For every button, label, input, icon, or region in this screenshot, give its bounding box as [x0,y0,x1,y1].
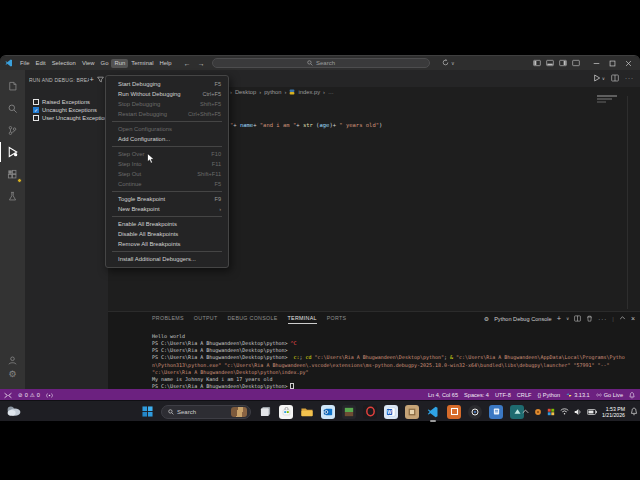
testing-icon[interactable] [0,186,25,206]
search-sidebar-icon[interactable] [0,98,25,118]
panel-tab-problems[interactable]: PROBLEMS [152,315,184,324]
menu-terminal[interactable]: Terminal [128,59,156,68]
app-icon-orange[interactable] [447,405,461,419]
tray-expand-chevron[interactable] [522,409,529,414]
checkbox-uncaught-exceptions[interactable]: ✓ [33,107,39,113]
menu-edit[interactable]: Edit [33,59,49,68]
app-icon-blue-doc[interactable] [489,405,503,419]
code-line[interactable]: "+ name+ "and i am "+ str (age)+ " years… [230,122,382,128]
menu-item-start-debugging[interactable]: Start DebuggingF5 [106,79,228,89]
file-explorer-icon[interactable] [300,405,314,419]
minimap[interactable] [597,95,617,104]
panel-more-actions-icon[interactable]: ··· [598,316,607,322]
close-panel-icon[interactable]: × [631,315,635,322]
checkbox-raised-exceptions[interactable] [33,99,39,105]
run-and-debug-icon[interactable] [0,142,25,162]
editor-scrollbar[interactable] [627,96,628,309]
menu-item-new-breakpoint[interactable]: New Breakpoint› [106,204,228,214]
breadcrumb[interactable]: › Desktop› python› index.py› … [230,89,334,95]
menu-help[interactable]: Help [157,59,175,68]
menu-item-add-configuration[interactable]: Add Configuration... [106,134,228,144]
panel-tab-output[interactable]: OUTPUT [194,315,218,324]
editor-more-actions-icon[interactable]: ··· [625,75,634,81]
panel-tab-terminal[interactable]: TERMINAL [288,315,317,324]
toggle-panel-icon[interactable] [546,59,554,67]
breakpoint-row-user-uncaught-exceptions[interactable]: User Uncaught Exceptions [33,115,111,121]
menu-item-run-without-debugging[interactable]: Run Without DebuggingCtrl+F5 [106,89,228,99]
menu-view[interactable]: View [79,59,98,68]
kill-terminal-icon[interactable] [586,315,593,322]
go-live-button[interactable]: Go Live [596,392,623,398]
sync-icon[interactable] [442,59,449,66]
toggle-secondary-sidebar-icon[interactable] [559,59,567,67]
close-icon[interactable] [625,60,632,67]
menu-item-enable-all-breakpoints[interactable]: Enable All Breakpoints [106,219,228,229]
outlook-icon[interactable] [321,405,335,419]
menu-file[interactable]: File [17,59,33,68]
menu-run[interactable]: Run [111,59,128,68]
tray-icon-grid[interactable] [547,408,555,416]
add-breakpoint-icon[interactable]: + [89,75,94,84]
tray-icon-orange[interactable] [534,408,542,416]
microsoft-store-icon[interactable] [279,405,293,419]
menu-selection[interactable]: Selection [49,59,79,68]
remote-indicator-icon[interactable] [4,392,12,399]
maximize-icon[interactable] [609,60,616,67]
menu-item-remove-all-breakpoints[interactable]: Remove All Breakpoints [106,239,228,249]
language-mode[interactable]: {} Python [537,392,560,398]
breakpoint-row-raised-exceptions[interactable]: Raised Exceptions [33,99,90,105]
panel-tab-ports[interactable]: PORTS [327,315,347,324]
panel-tab-debug-console[interactable]: DEBUG CONSOLE [227,315,277,324]
taskbar-search-box[interactable]: Search [161,405,251,419]
run-file-icon[interactable]: ∨ [593,74,605,82]
split-editor-icon[interactable] [611,74,619,82]
errors-warnings[interactable]: ⊘ 0 ⚠ 0 [18,392,40,398]
terminal-output[interactable]: Hello worldPS C:\Users\Ria A Bhugwandeen… [152,333,626,390]
indentation[interactable]: Spaces: 4 [464,392,489,398]
menu-go[interactable]: Go [98,59,112,68]
wifi-icon[interactable] [560,408,569,415]
checkbox-user-uncaught-exceptions[interactable] [33,115,39,121]
nav-forward-icon[interactable]: → [198,60,205,67]
extensions-icon[interactable] [0,164,25,184]
menu-item-toggle-breakpoint[interactable]: Toggle BreakpointF9 [106,194,228,204]
split-terminal-icon[interactable] [574,315,581,322]
cursor-position[interactable]: Ln 4, Col 65 [428,392,458,398]
vscode-icon[interactable] [426,405,440,419]
breakpoint-row-uncaught-exceptions[interactable]: ✓Uncaught Exceptions [33,107,97,113]
toggle-sidebar-icon[interactable] [533,59,541,67]
command-center-search[interactable]: Search [212,58,430,68]
app-icon-red-ring[interactable] [363,405,377,419]
menu-item-disable-all-breakpoints[interactable]: Disable All Breakpoints [106,229,228,239]
menu-item-install-additional-debuggers[interactable]: Install Additional Debuggers... [106,254,228,264]
volume-icon[interactable] [574,408,582,416]
source-control-icon[interactable] [0,120,25,140]
encoding[interactable]: UTF-8 [495,392,511,398]
battery-icon[interactable] [587,409,597,415]
run-dropdown-icon[interactable]: ∨ [602,76,605,81]
start-button[interactable] [140,405,154,419]
chevron-down-icon[interactable]: ∨ [451,60,455,66]
settings-gear-icon[interactable]: ⚙ [0,364,25,384]
app-icon-tan[interactable] [405,405,419,419]
eol-sequence[interactable]: CRLF [517,392,532,398]
python-interpreter[interactable]: 3.13.1 [566,392,590,398]
ports-icon[interactable] [46,392,53,399]
terminal-profile-label[interactable]: Python Debug Console [494,316,552,322]
weather-icon[interactable] [6,404,22,417]
app-icon-dark[interactable] [468,405,482,419]
maximize-panel-icon[interactable] [619,315,626,322]
terminal-dropdown-icon[interactable]: ∨ [566,316,569,321]
word-icon[interactable]: W [384,405,398,419]
customize-layout-icon[interactable] [572,59,580,67]
taskbar-clock[interactable]: 1:53 PM 1/21/2026 [602,406,625,418]
new-terminal-icon[interactable]: + [557,314,561,323]
explorer-icon[interactable] [0,76,25,96]
task-view-button[interactable] [258,405,272,419]
notifications-bell-icon[interactable] [629,392,635,399]
nav-back-icon[interactable]: ← [184,60,191,67]
minimize-icon[interactable] [593,60,600,67]
breakpoints-actions-icon[interactable] [97,76,104,83]
app-icon-green[interactable] [342,405,356,419]
taskbar-notification-bell-icon[interactable] [630,407,638,416]
